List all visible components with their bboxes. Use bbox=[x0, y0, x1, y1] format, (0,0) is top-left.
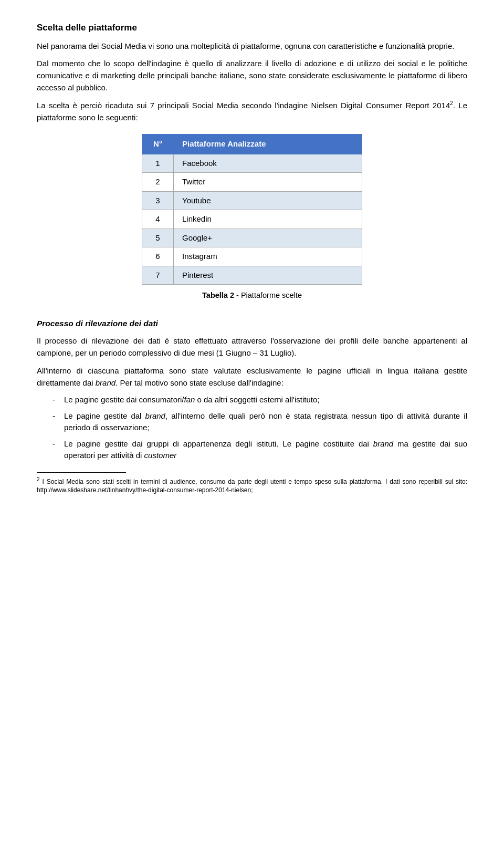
table-row: 1Facebook bbox=[142, 154, 362, 173]
table-cell-num: 7 bbox=[142, 266, 174, 285]
list-item-1: - Le pagine gestite dai consumatori/fan … bbox=[52, 394, 467, 406]
footnote: 2 I Social Media sono stati scelti in te… bbox=[37, 476, 467, 495]
list-dash-3: - bbox=[52, 438, 64, 462]
exclusion-list: - Le pagine gestite dai consumatori/fan … bbox=[52, 394, 467, 462]
table-cell-num: 6 bbox=[142, 247, 174, 266]
list-2-start: Le pagine gestite dal bbox=[64, 411, 145, 420]
table-cell-num: 2 bbox=[142, 173, 174, 192]
process-p2-italic: brand bbox=[96, 378, 116, 387]
list-item-2: - Le pagine gestite dal brand, all'inter… bbox=[52, 410, 467, 434]
list-1-italic: fan bbox=[184, 395, 195, 404]
table-cell-platform: Youtube bbox=[174, 191, 362, 210]
table-row: 7Pinterest bbox=[142, 266, 362, 285]
process-p2-end: . Per tal motivo sono state escluse dall… bbox=[116, 378, 284, 387]
paragraph-3-text: La scelta è perciò ricaduta sui 7 princi… bbox=[37, 101, 450, 110]
table-cell-platform: Pinterest bbox=[174, 266, 362, 285]
section-title: Scelta delle piattaforme bbox=[37, 21, 467, 35]
process-paragraph-1: Il processo di rilevazione dei dati è st… bbox=[37, 335, 467, 359]
list-3-italic: brand bbox=[373, 439, 393, 448]
list-item-3: - Le pagine gestite dai gruppi di appart… bbox=[52, 438, 467, 462]
list-text-2: Le pagine gestite dal brand, all'interno… bbox=[64, 410, 467, 434]
col-number-header: N° bbox=[142, 134, 174, 154]
table-cell-num: 4 bbox=[142, 210, 174, 229]
table-row: 6Instagram bbox=[142, 247, 362, 266]
paragraph-2: Dal momento che lo scopo dell'indagine è… bbox=[37, 57, 467, 94]
col-platform-header: Piattaforme Analizzate bbox=[174, 134, 362, 154]
list-text-1: Le pagine gestite dai consumatori/fan o … bbox=[64, 394, 320, 406]
table-caption-bold: Tabella 2 bbox=[202, 291, 234, 299]
list-dash-2: - bbox=[52, 410, 64, 434]
platforms-table-wrapper: N° Piattaforme Analizzate 1Facebook2Twit… bbox=[142, 134, 362, 302]
list-dash-1: - bbox=[52, 394, 64, 406]
table-body: 1Facebook2Twitter3Youtube4Linkedin5Googl… bbox=[142, 154, 362, 285]
table-row: 2Twitter bbox=[142, 173, 362, 192]
table-cell-num: 3 bbox=[142, 191, 174, 210]
table-cell-num: 5 bbox=[142, 229, 174, 247]
list-3-italic2: customer bbox=[144, 451, 177, 460]
table-caption-text: - Piattaforme scelte bbox=[234, 291, 302, 299]
table-row: 3Youtube bbox=[142, 191, 362, 210]
process-paragraph-2: All'interno di ciascuna piattaforma sono… bbox=[37, 365, 467, 389]
table-cell-platform: Twitter bbox=[174, 173, 362, 192]
list-3-start: Le pagine gestite dai gruppi di apparten… bbox=[64, 439, 373, 448]
paragraph-3: La scelta è perciò ricaduta sui 7 princi… bbox=[37, 99, 467, 124]
platforms-table: N° Piattaforme Analizzate 1Facebook2Twit… bbox=[142, 134, 362, 285]
list-text-3: Le pagine gestite dai gruppi di apparten… bbox=[64, 438, 467, 462]
footnote-divider bbox=[37, 472, 126, 473]
footnote-text: I Social Media sono stati scelti in term… bbox=[37, 478, 467, 494]
table-caption: Tabella 2 - Piattaforme scelte bbox=[202, 290, 302, 302]
table-row: 4Linkedin bbox=[142, 210, 362, 229]
list-1-end: o da altri soggetti esterni all'istituto… bbox=[195, 395, 319, 404]
table-row: 5Google+ bbox=[142, 229, 362, 247]
paragraph-1: Nel panorama dei Social Media vi sono un… bbox=[37, 40, 467, 52]
table-header-row: N° Piattaforme Analizzate bbox=[142, 134, 362, 154]
table-cell-num: 1 bbox=[142, 154, 174, 173]
process-title: Processo di rilevazione dei dati bbox=[37, 317, 467, 329]
list-1-start: Le pagine gestite dai consumatori/ bbox=[64, 395, 184, 404]
table-cell-platform: Instagram bbox=[174, 247, 362, 266]
table-cell-platform: Linkedin bbox=[174, 210, 362, 229]
table-cell-platform: Facebook bbox=[174, 154, 362, 173]
table-cell-platform: Google+ bbox=[174, 229, 362, 247]
list-2-italic: brand bbox=[145, 411, 165, 420]
